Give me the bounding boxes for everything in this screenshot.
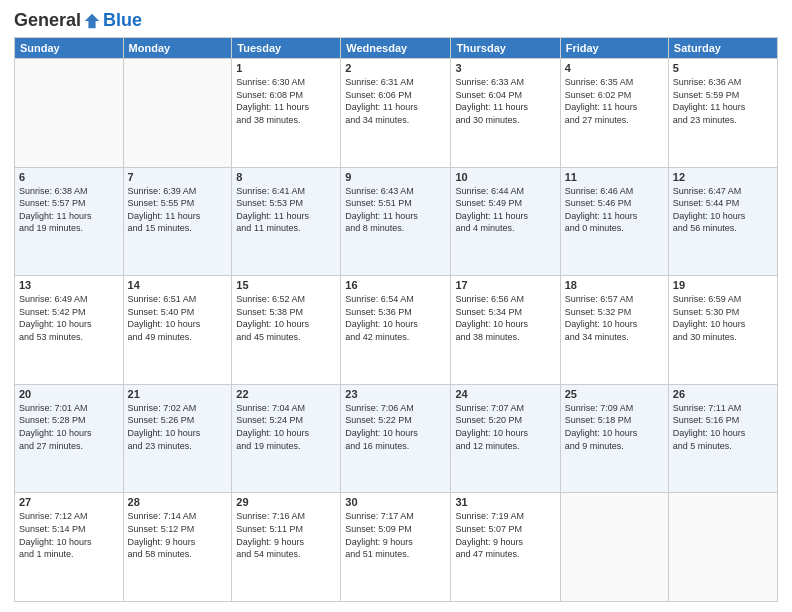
day-cell: 11Sunrise: 6:46 AM Sunset: 5:46 PM Dayli… bbox=[560, 167, 668, 276]
day-content: Sunrise: 7:14 AM Sunset: 5:12 PM Dayligh… bbox=[128, 510, 228, 560]
day-content: Sunrise: 6:39 AM Sunset: 5:55 PM Dayligh… bbox=[128, 185, 228, 235]
day-header-thursday: Thursday bbox=[451, 38, 560, 59]
day-cell: 16Sunrise: 6:54 AM Sunset: 5:36 PM Dayli… bbox=[341, 276, 451, 385]
day-cell bbox=[15, 59, 124, 168]
day-cell bbox=[123, 59, 232, 168]
day-cell: 18Sunrise: 6:57 AM Sunset: 5:32 PM Dayli… bbox=[560, 276, 668, 385]
day-content: Sunrise: 6:43 AM Sunset: 5:51 PM Dayligh… bbox=[345, 185, 446, 235]
day-number: 3 bbox=[455, 62, 555, 74]
day-content: Sunrise: 6:38 AM Sunset: 5:57 PM Dayligh… bbox=[19, 185, 119, 235]
day-cell: 15Sunrise: 6:52 AM Sunset: 5:38 PM Dayli… bbox=[232, 276, 341, 385]
day-cell: 1Sunrise: 6:30 AM Sunset: 6:08 PM Daylig… bbox=[232, 59, 341, 168]
day-cell: 23Sunrise: 7:06 AM Sunset: 5:22 PM Dayli… bbox=[341, 384, 451, 493]
logo-icon bbox=[83, 12, 101, 30]
day-number: 18 bbox=[565, 279, 664, 291]
day-number: 7 bbox=[128, 171, 228, 183]
day-content: Sunrise: 7:01 AM Sunset: 5:28 PM Dayligh… bbox=[19, 402, 119, 452]
day-content: Sunrise: 7:09 AM Sunset: 5:18 PM Dayligh… bbox=[565, 402, 664, 452]
day-number: 1 bbox=[236, 62, 336, 74]
logo-area: General Blue bbox=[14, 10, 142, 31]
day-number: 14 bbox=[128, 279, 228, 291]
day-cell: 21Sunrise: 7:02 AM Sunset: 5:26 PM Dayli… bbox=[123, 384, 232, 493]
day-cell: 19Sunrise: 6:59 AM Sunset: 5:30 PM Dayli… bbox=[668, 276, 777, 385]
day-number: 11 bbox=[565, 171, 664, 183]
day-content: Sunrise: 6:57 AM Sunset: 5:32 PM Dayligh… bbox=[565, 293, 664, 343]
day-header-monday: Monday bbox=[123, 38, 232, 59]
day-number: 6 bbox=[19, 171, 119, 183]
day-cell: 7Sunrise: 6:39 AM Sunset: 5:55 PM Daylig… bbox=[123, 167, 232, 276]
day-cell: 25Sunrise: 7:09 AM Sunset: 5:18 PM Dayli… bbox=[560, 384, 668, 493]
day-cell: 26Sunrise: 7:11 AM Sunset: 5:16 PM Dayli… bbox=[668, 384, 777, 493]
logo-general-text: General bbox=[14, 10, 81, 31]
day-cell: 3Sunrise: 6:33 AM Sunset: 6:04 PM Daylig… bbox=[451, 59, 560, 168]
day-content: Sunrise: 6:54 AM Sunset: 5:36 PM Dayligh… bbox=[345, 293, 446, 343]
day-number: 8 bbox=[236, 171, 336, 183]
day-content: Sunrise: 7:11 AM Sunset: 5:16 PM Dayligh… bbox=[673, 402, 773, 452]
day-content: Sunrise: 7:07 AM Sunset: 5:20 PM Dayligh… bbox=[455, 402, 555, 452]
day-number: 5 bbox=[673, 62, 773, 74]
day-cell: 10Sunrise: 6:44 AM Sunset: 5:49 PM Dayli… bbox=[451, 167, 560, 276]
day-number: 17 bbox=[455, 279, 555, 291]
day-cell: 17Sunrise: 6:56 AM Sunset: 5:34 PM Dayli… bbox=[451, 276, 560, 385]
day-number: 10 bbox=[455, 171, 555, 183]
day-cell bbox=[668, 493, 777, 602]
day-number: 27 bbox=[19, 496, 119, 508]
day-cell: 22Sunrise: 7:04 AM Sunset: 5:24 PM Dayli… bbox=[232, 384, 341, 493]
header: General Blue bbox=[14, 10, 778, 31]
logo-blue-text: Blue bbox=[103, 10, 142, 31]
day-number: 16 bbox=[345, 279, 446, 291]
day-number: 19 bbox=[673, 279, 773, 291]
day-cell: 8Sunrise: 6:41 AM Sunset: 5:53 PM Daylig… bbox=[232, 167, 341, 276]
day-content: Sunrise: 7:12 AM Sunset: 5:14 PM Dayligh… bbox=[19, 510, 119, 560]
day-header-saturday: Saturday bbox=[668, 38, 777, 59]
day-content: Sunrise: 7:06 AM Sunset: 5:22 PM Dayligh… bbox=[345, 402, 446, 452]
day-content: Sunrise: 6:31 AM Sunset: 6:06 PM Dayligh… bbox=[345, 76, 446, 126]
calendar-table: SundayMondayTuesdayWednesdayThursdayFrid… bbox=[14, 37, 778, 602]
day-header-tuesday: Tuesday bbox=[232, 38, 341, 59]
week-row-4: 20Sunrise: 7:01 AM Sunset: 5:28 PM Dayli… bbox=[15, 384, 778, 493]
day-header-wednesday: Wednesday bbox=[341, 38, 451, 59]
day-number: 30 bbox=[345, 496, 446, 508]
day-number: 25 bbox=[565, 388, 664, 400]
day-cell: 30Sunrise: 7:17 AM Sunset: 5:09 PM Dayli… bbox=[341, 493, 451, 602]
day-number: 4 bbox=[565, 62, 664, 74]
day-cell: 6Sunrise: 6:38 AM Sunset: 5:57 PM Daylig… bbox=[15, 167, 124, 276]
page: General Blue SundayMondayTuesdayWednesda… bbox=[0, 0, 792, 612]
day-number: 23 bbox=[345, 388, 446, 400]
day-number: 12 bbox=[673, 171, 773, 183]
day-cell: 20Sunrise: 7:01 AM Sunset: 5:28 PM Dayli… bbox=[15, 384, 124, 493]
day-content: Sunrise: 6:46 AM Sunset: 5:46 PM Dayligh… bbox=[565, 185, 664, 235]
day-content: Sunrise: 6:49 AM Sunset: 5:42 PM Dayligh… bbox=[19, 293, 119, 343]
svg-marker-0 bbox=[85, 13, 99, 27]
day-content: Sunrise: 6:33 AM Sunset: 6:04 PM Dayligh… bbox=[455, 76, 555, 126]
week-row-1: 1Sunrise: 6:30 AM Sunset: 6:08 PM Daylig… bbox=[15, 59, 778, 168]
day-cell: 12Sunrise: 6:47 AM Sunset: 5:44 PM Dayli… bbox=[668, 167, 777, 276]
day-cell: 2Sunrise: 6:31 AM Sunset: 6:06 PM Daylig… bbox=[341, 59, 451, 168]
day-number: 22 bbox=[236, 388, 336, 400]
day-content: Sunrise: 7:16 AM Sunset: 5:11 PM Dayligh… bbox=[236, 510, 336, 560]
day-number: 20 bbox=[19, 388, 119, 400]
day-cell: 29Sunrise: 7:16 AM Sunset: 5:11 PM Dayli… bbox=[232, 493, 341, 602]
day-number: 2 bbox=[345, 62, 446, 74]
day-content: Sunrise: 6:59 AM Sunset: 5:30 PM Dayligh… bbox=[673, 293, 773, 343]
day-content: Sunrise: 7:04 AM Sunset: 5:24 PM Dayligh… bbox=[236, 402, 336, 452]
day-number: 29 bbox=[236, 496, 336, 508]
day-content: Sunrise: 6:47 AM Sunset: 5:44 PM Dayligh… bbox=[673, 185, 773, 235]
day-content: Sunrise: 6:35 AM Sunset: 6:02 PM Dayligh… bbox=[565, 76, 664, 126]
day-content: Sunrise: 6:52 AM Sunset: 5:38 PM Dayligh… bbox=[236, 293, 336, 343]
day-header-sunday: Sunday bbox=[15, 38, 124, 59]
day-cell: 5Sunrise: 6:36 AM Sunset: 5:59 PM Daylig… bbox=[668, 59, 777, 168]
day-cell: 4Sunrise: 6:35 AM Sunset: 6:02 PM Daylig… bbox=[560, 59, 668, 168]
day-cell: 28Sunrise: 7:14 AM Sunset: 5:12 PM Dayli… bbox=[123, 493, 232, 602]
logo: General Blue bbox=[14, 10, 142, 31]
day-number: 21 bbox=[128, 388, 228, 400]
day-number: 31 bbox=[455, 496, 555, 508]
week-row-2: 6Sunrise: 6:38 AM Sunset: 5:57 PM Daylig… bbox=[15, 167, 778, 276]
day-cell: 24Sunrise: 7:07 AM Sunset: 5:20 PM Dayli… bbox=[451, 384, 560, 493]
day-content: Sunrise: 7:19 AM Sunset: 5:07 PM Dayligh… bbox=[455, 510, 555, 560]
day-number: 9 bbox=[345, 171, 446, 183]
day-cell: 31Sunrise: 7:19 AM Sunset: 5:07 PM Dayli… bbox=[451, 493, 560, 602]
header-row: SundayMondayTuesdayWednesdayThursdayFrid… bbox=[15, 38, 778, 59]
day-number: 28 bbox=[128, 496, 228, 508]
day-content: Sunrise: 7:17 AM Sunset: 5:09 PM Dayligh… bbox=[345, 510, 446, 560]
